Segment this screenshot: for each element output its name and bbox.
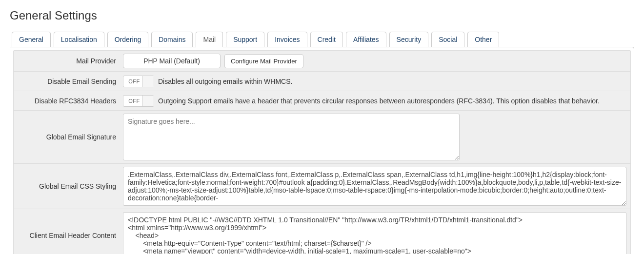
tab-credit[interactable]: Credit (310, 32, 343, 47)
label-css-styling: Global Email CSS Styling (14, 182, 118, 190)
row-css-styling: Global Email CSS Styling (14, 164, 630, 209)
disable-email-sending-desc: Disables all outgoing emails within WHMC… (158, 78, 292, 85)
row-disable-rfc3834: Disable RFC3834 Headers OFF Outgoing Sup… (14, 91, 630, 111)
configure-mail-provider-button[interactable]: Configure Mail Provider (224, 54, 303, 68)
tab-mail[interactable]: Mail (196, 32, 223, 47)
tab-social[interactable]: Social (431, 32, 464, 47)
row-disable-email-sending: Disable Email Sending OFF Disables all o… (14, 72, 630, 91)
tab-invoices[interactable]: Invoices (267, 32, 307, 47)
toggle-off-label: OFF (123, 98, 154, 104)
tab-domains[interactable]: Domains (151, 32, 193, 47)
mail-provider-select[interactable]: PHP Mail (Default) (123, 54, 221, 68)
disable-rfc3834-desc: Outgoing Support emails have a header th… (158, 97, 600, 105)
row-signature: Global Email Signature (14, 111, 630, 164)
tab-affiliates[interactable]: Affiliates (346, 32, 386, 47)
signature-textarea[interactable] (123, 114, 460, 160)
disable-email-sending-toggle[interactable]: OFF (123, 76, 154, 87)
tab-localisation[interactable]: Localisation (54, 32, 104, 47)
css-styling-textarea[interactable] (123, 167, 626, 206)
row-header-content: Client Email Header Content (14, 209, 630, 254)
page-title: General Settings (10, 9, 634, 22)
tab-other[interactable]: Other (467, 32, 499, 47)
tab-general[interactable]: General (12, 32, 51, 47)
toggle-off-label: OFF (123, 78, 154, 84)
label-mail-provider: Mail Provider (14, 57, 118, 65)
header-content-textarea[interactable] (123, 212, 626, 254)
label-header-content: Client Email Header Content (14, 232, 118, 239)
tab-ordering[interactable]: Ordering (107, 32, 148, 47)
settings-panel: Mail Provider PHP Mail (Default) Configu… (10, 47, 634, 254)
label-disable-rfc3834: Disable RFC3834 Headers (14, 97, 118, 105)
tab-support[interactable]: Support (226, 32, 264, 47)
tab-security[interactable]: Security (389, 32, 429, 47)
row-mail-provider: Mail Provider PHP Mail (Default) Configu… (14, 51, 630, 72)
label-disable-email-sending: Disable Email Sending (14, 78, 118, 85)
disable-rfc3834-toggle[interactable]: OFF (123, 95, 154, 107)
tabs-nav: General Localisation Ordering Domains Ma… (10, 31, 634, 47)
label-signature: Global Email Signature (14, 133, 118, 141)
